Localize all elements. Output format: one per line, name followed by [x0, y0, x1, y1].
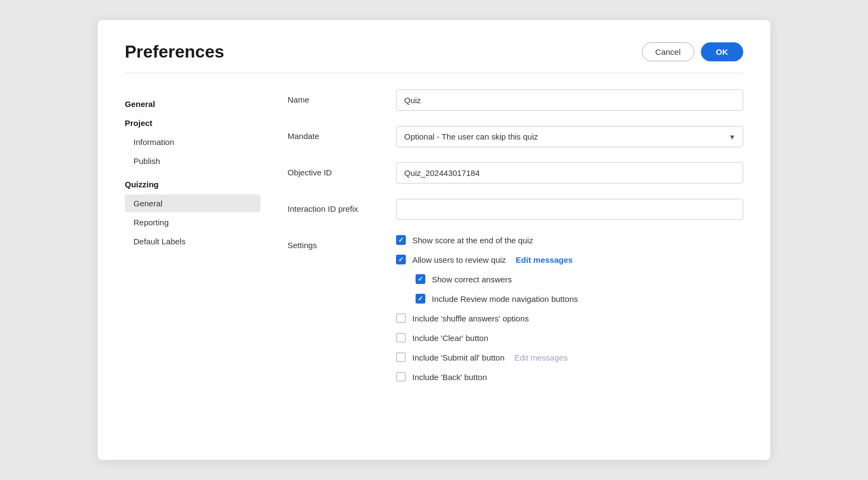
allow-review-checkbox[interactable] [396, 255, 406, 264]
ok-button[interactable]: OK [701, 42, 744, 61]
sidebar-item-quizzing-general[interactable]: General [125, 194, 260, 212]
interaction-prefix-input[interactable] [396, 199, 743, 220]
name-control-wrap [396, 90, 743, 111]
edit-messages-link-1[interactable]: Edit messages [516, 255, 573, 264]
dialog-body: General Project Information Publish Quiz… [125, 84, 743, 407]
show-score-row: Show score at the end of the quiz [396, 235, 743, 245]
objective-id-label: Objective ID [288, 162, 385, 177]
clear-button-label: Include 'Clear' button [412, 333, 488, 343]
dialog-header: Preferences Cancel OK [125, 42, 743, 73]
sidebar-item-publish[interactable]: Publish [125, 152, 260, 170]
name-label: Name [288, 90, 385, 104]
show-correct-label: Show correct answers [432, 275, 512, 284]
settings-label: Settings [288, 235, 385, 250]
interaction-prefix-control-wrap [396, 199, 743, 220]
back-button-label: Include 'Back' button [412, 372, 487, 382]
name-input[interactable] [396, 90, 743, 111]
submit-all-row: Include 'Submit all' button Edit message… [396, 352, 743, 362]
shuffle-answers-row: Include 'shuffle answers' options [396, 313, 743, 323]
mandate-select[interactable]: Optional - The user can skip this quiz [396, 126, 743, 147]
cancel-button[interactable]: Cancel [642, 42, 694, 61]
interaction-prefix-label: Interaction ID prefix [288, 199, 385, 213]
submit-all-label: Include 'Submit all' button [412, 353, 505, 362]
main-content: Name Mandate Optional - The user can ski… [260, 84, 743, 407]
mandate-label: Mandate [288, 126, 385, 141]
show-correct-checkbox[interactable] [416, 274, 425, 284]
include-review-nav-checkbox[interactable] [416, 294, 425, 304]
clear-button-checkbox[interactable] [396, 333, 406, 343]
settings-wrap: Show score at the end of the quiz Allow … [396, 235, 743, 391]
preferences-dialog: Preferences Cancel OK General Project In… [98, 20, 770, 460]
show-score-label: Show score at the end of the quiz [412, 236, 533, 245]
allow-review-row: Allow users to review quiz Edit messages [396, 255, 743, 264]
show-correct-row: Show correct answers [416, 274, 743, 284]
include-review-nav-row: Include Review mode navigation buttons [416, 294, 743, 304]
sidebar-general-title: General [125, 99, 260, 109]
sidebar-project-title: Project [125, 118, 260, 128]
mandate-select-wrap: Optional - The user can skip this quiz ▼ [396, 126, 743, 147]
sidebar-item-reporting[interactable]: Reporting [125, 213, 260, 231]
allow-review-label: Allow users to review quiz [412, 255, 506, 264]
header-buttons: Cancel OK [642, 42, 743, 61]
shuffle-answers-label: Include 'shuffle answers' options [412, 314, 529, 323]
shuffle-answers-checkbox[interactable] [396, 313, 406, 323]
sidebar-item-default-labels[interactable]: Default Labels [125, 232, 260, 250]
name-row: Name [288, 90, 743, 111]
mandate-row: Mandate Optional - The user can skip thi… [288, 126, 743, 147]
objective-id-row: Objective ID [288, 162, 743, 184]
clear-button-row: Include 'Clear' button [396, 333, 743, 343]
objective-id-input[interactable] [396, 162, 743, 184]
settings-row: Settings Show score at the end of the qu… [288, 235, 743, 391]
dialog-title: Preferences [125, 42, 224, 62]
objective-id-control-wrap [396, 162, 743, 184]
mandate-control-wrap: Optional - The user can skip this quiz ▼ [396, 126, 743, 147]
sidebar-item-information[interactable]: Information [125, 133, 260, 151]
submit-all-checkbox[interactable] [396, 352, 406, 362]
sidebar-quizzing-title: Quizzing [125, 180, 260, 189]
edit-messages-link-2[interactable]: Edit messages [514, 353, 567, 362]
back-button-checkbox[interactable] [396, 372, 406, 382]
include-review-nav-label: Include Review mode navigation buttons [432, 294, 578, 304]
back-button-row: Include 'Back' button [396, 372, 743, 382]
show-score-checkbox[interactable] [396, 235, 406, 245]
interaction-prefix-row: Interaction ID prefix [288, 199, 743, 220]
sidebar: General Project Information Publish Quiz… [125, 84, 260, 407]
